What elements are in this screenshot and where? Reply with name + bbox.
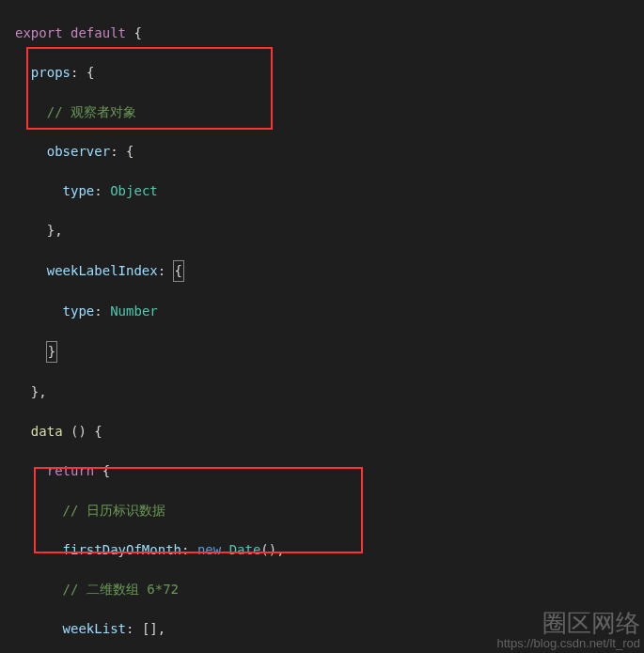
comment: // 二维数组 6*72 xyxy=(63,582,179,597)
code-line: }, xyxy=(15,221,629,241)
type-number: Number xyxy=(110,303,158,319)
code-line: // 观察者对象 xyxy=(15,102,629,122)
code-line: data () { xyxy=(15,422,629,442)
keyword-return: return xyxy=(47,463,95,478)
code-line: type: Number xyxy=(15,302,629,321)
code-line: return { xyxy=(15,461,629,481)
keyword-new: new xyxy=(197,542,221,557)
keyword-default: default xyxy=(71,25,126,40)
prop-type: type xyxy=(63,183,95,198)
class-date: Date xyxy=(229,542,261,557)
code-editor[interactable]: export default { props: { // 观察者对象 obser… xyxy=(0,0,644,653)
code-line: } xyxy=(15,341,629,363)
code-line: export default { xyxy=(15,23,629,43)
code-line: props: { xyxy=(15,63,629,83)
code-line: weekList: [], xyxy=(15,619,629,639)
code-line: firstDayOfMonth: new Date(), xyxy=(15,540,629,560)
prop-weeklabelindex: weekLabelIndex xyxy=(47,263,158,278)
keyword-export: export xyxy=(15,25,63,40)
code-line: // 二维数组 6*72 xyxy=(15,580,629,599)
code-line: }, xyxy=(15,382,629,402)
type-object: Object xyxy=(110,183,158,198)
code-line: type: Object xyxy=(15,181,629,201)
prop-type: type xyxy=(63,303,95,319)
prop-firstday: firstDayOfMonth xyxy=(63,542,181,557)
code-line: // 日历标识数据 xyxy=(15,501,629,521)
code-line: observer: { xyxy=(15,142,629,162)
method-data: data xyxy=(31,424,63,439)
comment: // 日历标识数据 xyxy=(63,503,165,518)
code-line: weekLabelIndex: { xyxy=(15,260,629,282)
prop-props: props xyxy=(31,65,71,80)
prop-observer: observer xyxy=(47,144,110,159)
prop-weeklist: weekList xyxy=(63,621,126,636)
comment: // 观察者对象 xyxy=(47,104,136,119)
